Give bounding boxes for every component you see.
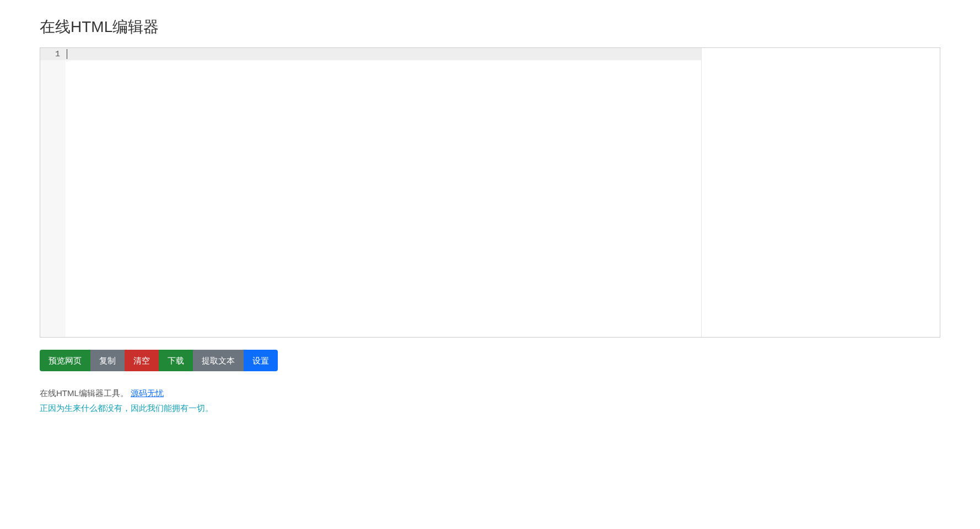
editor-frame: 1: [40, 47, 940, 338]
active-line-highlight: [66, 48, 701, 60]
app-container: 在线HTML编辑器 1 预览网页 复制 清空 下载 提取文本 设置 在线HTML…: [0, 0, 980, 437]
editor-gutter: 1: [40, 48, 66, 337]
download-button[interactable]: 下载: [159, 350, 193, 371]
footer-description: 在线HTML编辑器工具。: [40, 388, 128, 398]
preview-pane: [702, 48, 940, 337]
code-input-area[interactable]: [66, 48, 701, 337]
gutter-line-1: 1: [40, 48, 66, 60]
footer-quote: 正因为生来什么都没有，因此我们能拥有一切。: [40, 400, 940, 415]
line-number: 1: [55, 50, 60, 59]
preview-button[interactable]: 预览网页: [40, 350, 90, 371]
toolbar: 预览网页 复制 清空 下载 提取文本 设置: [40, 350, 940, 371]
copy-button[interactable]: 复制: [90, 350, 125, 371]
page-title: 在线HTML编辑器: [40, 17, 940, 38]
extract-text-button[interactable]: 提取文本: [193, 350, 244, 371]
settings-button[interactable]: 设置: [244, 350, 278, 371]
footer: 在线HTML编辑器工具。 源码无忧 正因为生来什么都没有，因此我们能拥有一切。: [40, 386, 940, 415]
clear-button[interactable]: 清空: [125, 350, 159, 371]
text-cursor: [67, 49, 67, 59]
source-link[interactable]: 源码无忧: [131, 388, 164, 398]
